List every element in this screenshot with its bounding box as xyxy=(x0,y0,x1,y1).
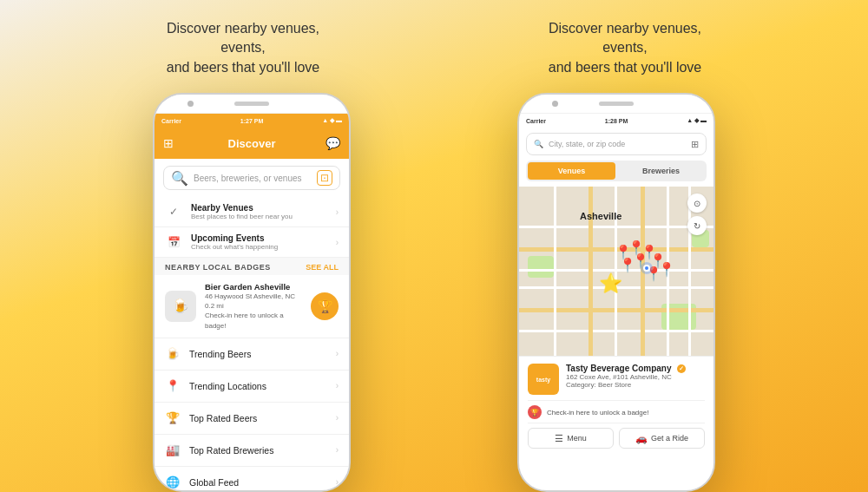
search-icon-1: 🔍 xyxy=(171,170,188,187)
status-bar-2: Carrier 1:28 PM ▲ ◆ ▬ xyxy=(519,114,713,128)
nav-top-rated-beers-label: Top Rated Beers xyxy=(189,413,327,423)
venue-card-top: tasty Tasty Beverage Company ✓ 162 Coxe … xyxy=(528,364,705,395)
nearby-venues-subtitle: Best places to find beer near you xyxy=(191,213,327,220)
locate-btn[interactable]: ⊙ xyxy=(687,194,707,213)
top-rated-beers-chevron: › xyxy=(336,413,339,423)
status-bar-1: Carrier 1:27 PM ▲ ◆ ▬ xyxy=(155,114,349,128)
chat-icon[interactable]: 💬 xyxy=(326,136,340,150)
checkin-icon: 🏆 xyxy=(528,405,542,419)
carrier-1: Carrier xyxy=(161,118,181,124)
menu-label: Menu xyxy=(567,434,587,443)
checkin-row: 🏆 Check-in here to unlock a badge! xyxy=(528,400,705,423)
time-1: 1:27 PM xyxy=(240,118,263,124)
badge-award-icon: 🏆 xyxy=(311,292,339,320)
calendar-icon: 📅 xyxy=(165,233,182,251)
pin-yellow-3[interactable]: 📍 xyxy=(658,261,675,278)
grid-icon[interactable]: ⊞ xyxy=(163,136,174,150)
map-view[interactable]: Asheville 📍 📍 📍 📍 📍 📍 📍 📍 ⭐ xyxy=(519,187,713,356)
badge-info: Bier Garden Asheville 46 Haywood St Ashe… xyxy=(205,282,302,331)
nearby-venues-text: Nearby Venues Best places to find beer n… xyxy=(191,203,327,220)
search-placeholder-1: Beers, breweries, or venues xyxy=(194,174,312,183)
current-location-dot xyxy=(643,265,650,272)
venue-category: Category: Beer Store xyxy=(566,381,705,389)
menu-button[interactable]: ☰ Menu xyxy=(528,428,614,449)
ride-button[interactable]: 🚗 Get a Ride xyxy=(619,428,705,449)
menu-icon: ☰ xyxy=(555,433,563,444)
phone-speaker-2 xyxy=(599,102,634,106)
nav-trending-beers-label: Trending Beers xyxy=(189,349,327,359)
nav-trending-locations[interactable]: 📍 Trending Locations › xyxy=(155,371,349,403)
map-tabs: Venues Breweries xyxy=(526,161,707,181)
badge-distance: 0.2 mi xyxy=(205,301,302,311)
venue-address: 162 Coxe Ave, #101 Asheville, NC xyxy=(566,373,705,381)
global-feed-icon: 🌐 xyxy=(165,475,181,490)
upcoming-events-chevron: › xyxy=(336,238,339,247)
pin-featured[interactable]: ⭐ xyxy=(599,272,622,295)
nav-trending-locations-label: Trending Locations xyxy=(189,381,327,391)
refresh-btn[interactable]: ↻ xyxy=(687,216,707,235)
nav-global-feed[interactable]: 🌐 Global Feed › xyxy=(155,467,349,490)
nearby-venues-icon: ✓ xyxy=(165,203,182,220)
filter-icon[interactable]: ⊞ xyxy=(691,139,699,150)
upcoming-events-text: Upcoming Events Check out what's happeni… xyxy=(191,233,327,251)
venue-card: tasty Tasty Beverage Company ✓ 162 Coxe … xyxy=(519,356,713,456)
badge-name: Bier Garden Asheville xyxy=(205,282,302,292)
barcode-icon[interactable]: ⊡ xyxy=(317,170,332,186)
city-label: Asheville xyxy=(580,211,621,221)
carrier-2: Carrier xyxy=(526,118,546,124)
trending-locations-chevron: › xyxy=(336,381,339,390)
badge-card[interactable]: 🍺 Bier Garden Asheville 46 Haywood St As… xyxy=(155,275,349,338)
phone-1: Carrier 1:27 PM ▲ ◆ ▬ ⊞ Discover 💬 🔍 Bee… xyxy=(153,93,351,492)
upcoming-events-item[interactable]: 📅 Upcoming Events Check out what's happe… xyxy=(155,227,349,258)
nav-top-rated-beers[interactable]: 🏆 Top Rated Beers › xyxy=(155,403,349,435)
trending-beers-chevron: › xyxy=(336,349,339,358)
hero-text-right: Discover nearby venues, events, and beer… xyxy=(538,19,712,77)
phone1-title: Discover xyxy=(228,137,276,150)
action-buttons: ☰ Menu 🚗 Get a Ride xyxy=(528,428,705,449)
search-map-placeholder: City, state, or zip code xyxy=(549,140,686,148)
badges-section-title: NEARBY LOCAL BADGES xyxy=(165,263,271,272)
ride-label: Get a Ride xyxy=(651,434,688,443)
map-controls: ⊙ ↻ xyxy=(687,194,707,235)
nearby-venues-chevron: › xyxy=(336,207,339,217)
car-icon: 🚗 xyxy=(635,433,648,444)
phone-camera-1 xyxy=(187,101,194,107)
phone-camera-2 xyxy=(552,101,558,107)
badge-logo: 🍺 xyxy=(165,291,196,322)
badges-section-header: NEARBY LOCAL BADGES SEE ALL xyxy=(155,258,349,275)
top-rated-breweries-icon: 🏭 xyxy=(165,443,181,458)
pin-red-5[interactable]: 📍 xyxy=(619,257,636,273)
nav-top-rated-breweries[interactable]: 🏭 Top Rated Breweries › xyxy=(155,435,349,467)
badge-address: 46 Haywood St Asheville, NC xyxy=(205,292,302,301)
upcoming-events-title: Upcoming Events xyxy=(191,233,327,243)
breweries-tab[interactable]: Breweries xyxy=(617,162,705,180)
verified-badge: ✓ xyxy=(677,364,686,373)
checkin-text: Check-in here to unlock a badge! xyxy=(547,409,648,417)
hero-text-left: Discover nearby venues, events, and beer… xyxy=(156,19,330,77)
nav-global-feed-label: Global Feed xyxy=(189,477,327,488)
top-rated-breweries-chevron: › xyxy=(336,445,339,455)
venue-info: Tasty Beverage Company ✓ 162 Coxe Ave, #… xyxy=(566,364,705,389)
time-2: 1:28 PM xyxy=(605,118,628,124)
status-icons-2: ▲ ◆ ▬ xyxy=(687,117,707,124)
phone1-header: ⊞ Discover 💬 xyxy=(155,128,349,159)
nav-trending-beers[interactable]: 🍺 Trending Beers › xyxy=(155,338,349,371)
venues-tab[interactable]: Venues xyxy=(528,162,615,180)
nearby-venues-title: Nearby Venues xyxy=(191,203,327,213)
road-v1 xyxy=(554,187,556,356)
trending-beers-icon: 🍺 xyxy=(165,346,181,362)
phone-speaker-1 xyxy=(234,102,269,106)
trending-locations-icon: 📍 xyxy=(165,378,181,394)
phone-top-bar-1 xyxy=(155,95,349,114)
status-icons-1: ▲ ◆ ▬ xyxy=(322,117,342,124)
nearby-venues-item[interactable]: ✓ Nearby Venues Best places to find beer… xyxy=(155,197,349,227)
phone2-screen: 🔍 City, state, or zip code ⊞ Venues Brew… xyxy=(519,128,713,490)
badge-action: Check-in here to unlock a badge! xyxy=(205,311,302,330)
venue-logo: tasty xyxy=(528,364,559,395)
phone-top-bar-2 xyxy=(519,95,713,114)
search-bar-map[interactable]: 🔍 City, state, or zip code ⊞ xyxy=(526,133,707,155)
see-all-link[interactable]: SEE ALL xyxy=(306,263,339,272)
search-bar-1[interactable]: 🔍 Beers, breweries, or venues ⊡ xyxy=(163,166,340,190)
global-feed-chevron: › xyxy=(336,477,339,487)
phone1-screen: ⊞ Discover 💬 🔍 Beers, breweries, or venu… xyxy=(155,128,349,490)
